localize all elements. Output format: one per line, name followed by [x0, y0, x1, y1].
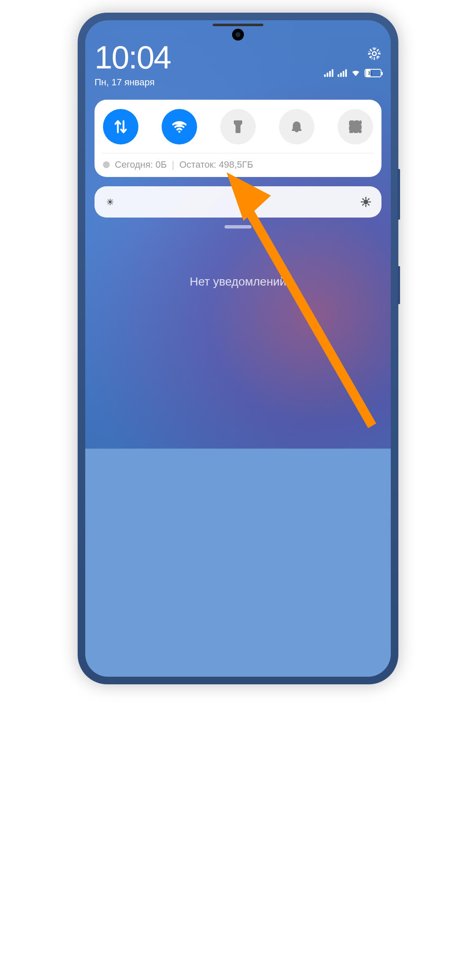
brightness-slider[interactable] [95, 186, 381, 218]
clock-time: 10:04 [95, 41, 170, 74]
usage-remaining: Остаток: 498,5ГБ [179, 159, 253, 170]
battery-icon: 31 [365, 69, 381, 77]
data-usage-row[interactable]: Сегодня: 0Б | Остаток: 498,5ГБ [103, 159, 373, 170]
scissors-icon [347, 118, 364, 135]
usage-today: Сегодня: 0Б [115, 159, 167, 170]
wifi-status-icon [351, 68, 360, 78]
brightness-low-icon [105, 196, 116, 207]
clock-date: Пн, 17 января [95, 77, 170, 88]
status-bar: 31 [324, 68, 381, 78]
svg-point-0 [372, 52, 376, 55]
usage-separator: | [172, 159, 174, 170]
no-notifications-text: Нет уведомлений [95, 275, 381, 289]
panel-drag-handle[interactable] [224, 225, 252, 229]
volume-button [398, 169, 400, 220]
battery-percent: 31 [368, 71, 373, 76]
svg-point-7 [109, 201, 111, 203]
svg-point-3 [178, 131, 181, 133]
toggle-flashlight[interactable] [220, 109, 256, 144]
settings-icon[interactable] [367, 46, 381, 61]
toggle-wifi[interactable] [162, 109, 197, 144]
flashlight-icon [230, 118, 246, 135]
toggle-screenshot[interactable] [338, 109, 373, 144]
svg-point-8 [364, 200, 368, 204]
toggle-dnd[interactable] [279, 109, 314, 144]
front-camera [232, 29, 244, 41]
screen: 10:04 Пн, 17 января [85, 20, 391, 677]
panel-divider [102, 153, 374, 153]
mobile-data-icon [112, 118, 129, 135]
brightness-high-icon [360, 196, 371, 207]
bell-icon [288, 118, 305, 135]
toggle-mobile-data[interactable] [103, 109, 138, 144]
phone-frame: 10:04 Пн, 17 января [78, 13, 398, 684]
signal-sim1-icon [324, 69, 333, 77]
quick-settings-panel: Сегодня: 0Б | Остаток: 498,5ГБ [95, 100, 381, 177]
usage-dot-icon [103, 161, 110, 168]
wifi-icon [171, 118, 188, 135]
signal-sim2-icon [338, 69, 347, 77]
earpiece [213, 24, 263, 26]
power-button [398, 266, 400, 304]
